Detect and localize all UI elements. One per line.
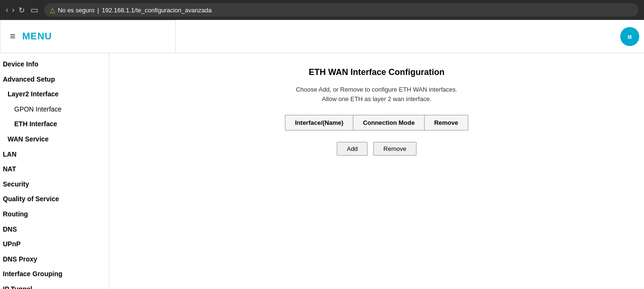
security-warning-icon: △	[50, 6, 55, 14]
page-subtitle: Choose Add, or Remove to configure ETH W…	[128, 85, 625, 103]
hamburger-icon[interactable]: ≡	[10, 31, 16, 42]
reload-icon[interactable]: ↻	[19, 6, 25, 15]
forward-icon[interactable]: ›	[12, 6, 14, 14]
browser-chrome: ‹ › ↻ ▭ △ No es seguro | 192.168.1.1/te_…	[0, 0, 644, 20]
sidebar-item-eth-interface[interactable]: ETH Interface	[0, 117, 109, 132]
sidebar-item-interface-grouping[interactable]: Interface Grouping	[0, 267, 109, 282]
sidebar-item-advanced-setup[interactable]: Advanced Setup	[0, 72, 109, 87]
main-content: ETH WAN Interface Configuration Choose A…	[109, 53, 644, 289]
content-area: Device InfoAdvanced SetupLayer2 Interfac…	[0, 53, 644, 289]
movistar-logo: M	[620, 27, 639, 46]
menu-box[interactable]: ≡ MENU	[0, 20, 176, 53]
col-connection-mode: Connection Mode	[353, 115, 425, 131]
address-bar[interactable]: △ No es seguro | 192.168.1.1/te_configur…	[44, 3, 638, 17]
sidebar-item-nat[interactable]: NAT	[0, 162, 109, 177]
browser-nav[interactable]: ‹ › ↻	[6, 6, 25, 15]
button-row: Add Remove	[128, 142, 625, 156]
not-secure-label: No es seguro	[58, 7, 95, 14]
interface-table: Interface/(Name) Connection Mode Remove	[285, 115, 468, 131]
col-interface-name: Interface/(Name)	[285, 115, 353, 131]
logo-area: M	[176, 27, 644, 46]
sidebar-item-gpon-interface[interactable]: GPON Interface	[0, 102, 109, 117]
page-title: ETH WAN Interface Configuration	[128, 67, 625, 77]
sidebar-item-dns-proxy[interactable]: DNS Proxy	[0, 252, 109, 267]
sidebar-item-wan-service[interactable]: WAN Service	[0, 132, 109, 147]
menu-label: MENU	[22, 31, 52, 42]
col-remove: Remove	[425, 115, 468, 131]
add-button[interactable]: Add	[337, 142, 368, 156]
sidebar-item-routing[interactable]: Routing	[0, 207, 109, 222]
app-header: ≡ MENU M	[0, 20, 644, 53]
sidebar-item-ip-tunnel[interactable]: IP Tunnel	[0, 282, 109, 289]
sidebar-item-upnp[interactable]: UPnP	[0, 237, 109, 252]
back-icon[interactable]: ‹	[6, 6, 8, 14]
sidebar-item-security[interactable]: Security	[0, 177, 109, 192]
sidebar-item-dns[interactable]: DNS	[0, 222, 109, 237]
url-separator: |	[97, 7, 99, 14]
sidebar-item-quality-of-service[interactable]: Quality of Service	[0, 192, 109, 207]
sidebar: Device InfoAdvanced SetupLayer2 Interfac…	[0, 53, 109, 289]
sidebar-item-device-info[interactable]: Device Info	[0, 57, 109, 72]
subtitle-line2: Allow one ETH as layer 2 wan interface.	[322, 95, 432, 103]
subtitle-line1: Choose Add, or Remove to configure ETH W…	[296, 86, 457, 93]
sidebar-item-layer2-interface[interactable]: Layer2 Interface	[0, 87, 109, 102]
remove-button[interactable]: Remove	[373, 142, 416, 156]
sidebar-item-lan[interactable]: LAN	[0, 147, 109, 162]
svg-text:M: M	[628, 35, 632, 40]
url-text: 192.168.1.1/te_configuracion_avanzada	[102, 7, 211, 14]
bookmark-icon[interactable]: ▭	[30, 5, 38, 15]
